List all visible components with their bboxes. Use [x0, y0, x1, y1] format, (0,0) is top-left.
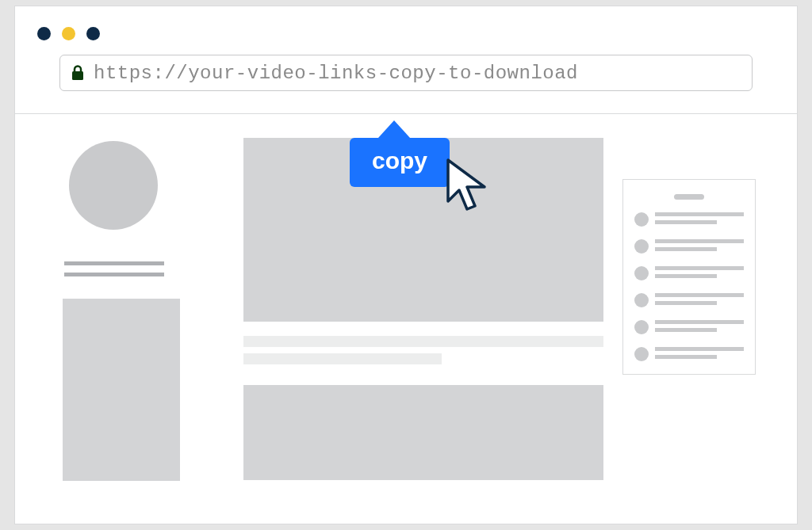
placeholder-line: [655, 293, 744, 297]
left-column: [44, 138, 224, 486]
placeholder-line: [655, 266, 744, 270]
copy-button[interactable]: copy: [350, 138, 450, 187]
list-item-avatar-icon: [634, 320, 649, 334]
list-item: [634, 293, 744, 309]
lock-icon: [71, 65, 84, 81]
list-item-lines: [655, 347, 744, 363]
traffic-lights: [15, 6, 797, 55]
placeholder-line: [655, 355, 717, 359]
video-placeholder-2: [243, 385, 603, 480]
list-item: [634, 347, 744, 363]
left-thumbnail: [63, 299, 180, 481]
svg-rect-0: [72, 71, 83, 80]
placeholder-line: [655, 328, 717, 332]
avatar-placeholder: [69, 141, 158, 230]
list-item: [634, 239, 744, 255]
address-url: https://your-video-links-copy-to-downloa…: [94, 63, 578, 84]
window-control-dot[interactable]: [37, 27, 51, 40]
placeholder-line: [64, 273, 164, 276]
list-item-avatar-icon: [634, 212, 649, 227]
window-control-dot[interactable]: [62, 27, 75, 40]
left-text-lines: [64, 261, 224, 276]
description-lines: [243, 336, 603, 371]
tooltip-arrow-icon: [378, 120, 410, 138]
right-column: [622, 138, 778, 486]
placeholder-line: [243, 336, 603, 347]
cursor-icon: [443, 158, 494, 220]
address-bar-wrap: https://your-video-links-copy-to-downloa…: [15, 55, 797, 113]
list-item-lines: [655, 239, 744, 255]
placeholder-line: [655, 239, 744, 243]
list-item-lines: [655, 212, 744, 228]
list-item-lines: [655, 293, 744, 309]
placeholder-line: [64, 261, 164, 265]
list-item: [634, 212, 744, 228]
list-item-avatar-icon: [634, 239, 649, 254]
list-item: [634, 320, 744, 336]
placeholder-line: [243, 353, 442, 364]
copy-tooltip: copy: [350, 120, 450, 187]
list-item: [634, 266, 744, 282]
list-item-lines: [655, 266, 744, 282]
placeholder-line: [655, 212, 744, 216]
panel-header-bar: [674, 194, 704, 200]
address-bar[interactable]: https://your-video-links-copy-to-downloa…: [59, 55, 753, 91]
list-item-avatar-icon: [634, 347, 649, 361]
placeholder-line: [655, 247, 717, 251]
list-item-avatar-icon: [634, 293, 649, 307]
window-control-dot[interactable]: [86, 27, 100, 40]
placeholder-line: [655, 274, 717, 278]
placeholder-line: [655, 320, 744, 324]
placeholder-line: [655, 347, 744, 351]
browser-window: https://your-video-links-copy-to-downloa…: [14, 6, 798, 524]
sidebar-panel: [622, 179, 756, 375]
placeholder-line: [655, 220, 717, 224]
list-item-avatar-icon: [634, 266, 649, 280]
placeholder-line: [655, 301, 717, 305]
main-column: [243, 138, 603, 486]
list-item-lines: [655, 320, 744, 336]
